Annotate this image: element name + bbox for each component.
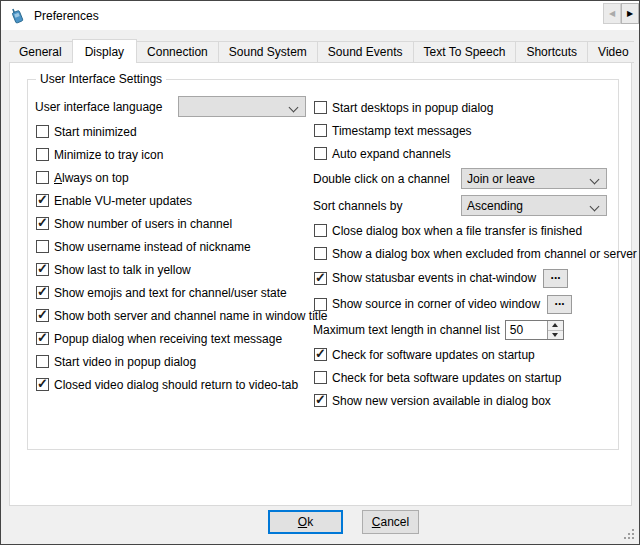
- checkbox-label: Show a dialog box when excluded from cha…: [332, 247, 637, 261]
- group-title: User Interface Settings: [36, 72, 166, 86]
- checkbox-label: Check for beta software updates on start…: [332, 371, 561, 385]
- checkbox-row[interactable]: Show a dialog box when excluded from cha…: [313, 242, 614, 265]
- checkbox-row[interactable]: Show username instead of nickname: [35, 235, 311, 258]
- scroll-left-icon: ◀: [609, 9, 615, 18]
- checkbox-row[interactable]: Closed video dialog should return to vid…: [35, 373, 311, 396]
- ellipsis-icon: ...: [555, 296, 565, 306]
- checkbox[interactable]: [36, 148, 49, 161]
- tab[interactable]: Text To Speech: [413, 41, 517, 63]
- tab-label: Text To Speech: [424, 45, 506, 59]
- checkbox-row[interactable]: Show new version available in dialog box: [313, 389, 614, 412]
- tab-label: Video: [598, 45, 628, 59]
- resize-grip[interactable]: [623, 528, 635, 540]
- sort-channels-combobox[interactable]: Ascending: [461, 195, 607, 216]
- checkbox[interactable]: [36, 125, 49, 138]
- checkbox-row[interactable]: Minimize to tray icon: [35, 143, 311, 166]
- checkbox-row[interactable]: Start video in popup dialog: [35, 350, 311, 373]
- checkbox-row[interactable]: Start desktops in popup dialog: [313, 96, 614, 119]
- tab-scrollers: ◀ ▶: [603, 3, 639, 24]
- video-source-more-button[interactable]: ...: [547, 295, 572, 314]
- checkbox-row[interactable]: Popup dialog when receiving text message: [35, 327, 311, 350]
- checkbox[interactable]: [36, 171, 49, 184]
- cancel-button-label: Cancel: [372, 515, 409, 529]
- max-text-length-spinner[interactable]: 50: [505, 320, 564, 340]
- checkbox-row[interactable]: Show number of users in channel: [35, 212, 311, 235]
- max-text-length-row: Maximum text length in channel list 50: [313, 317, 614, 343]
- checkbox[interactable]: [314, 348, 327, 361]
- tab-scroll-left-button[interactable]: ◀: [603, 3, 621, 24]
- cancel-button[interactable]: Cancel: [362, 510, 419, 534]
- checkbox[interactable]: [314, 224, 327, 237]
- spin-up-button[interactable]: [548, 321, 563, 331]
- language-combobox[interactable]: [178, 96, 306, 117]
- checkbox[interactable]: [314, 394, 327, 407]
- tab[interactable]: Video: [587, 41, 634, 63]
- sort-channels-value: Ascending: [467, 199, 523, 213]
- tab[interactable]: Display: [72, 39, 137, 63]
- checkbox-row[interactable]: Auto expand channels: [313, 142, 614, 165]
- checkbox[interactable]: [36, 378, 49, 391]
- checkbox-label: Close dialog box when a file transfer is…: [332, 224, 582, 238]
- checkbox-row[interactable]: Enable VU-meter updates: [35, 189, 311, 212]
- tab[interactable]: Sound Events: [317, 41, 414, 63]
- checkbox[interactable]: [314, 272, 327, 285]
- checkbox[interactable]: [314, 147, 327, 160]
- checkbox-row[interactable]: Start minimized: [35, 120, 311, 143]
- spin-down-button[interactable]: [548, 331, 563, 340]
- double-click-label: Double click on a channel: [313, 172, 450, 186]
- user-interface-settings-group: User Interface Settings User interface l…: [27, 79, 619, 450]
- checkbox[interactable]: [36, 286, 49, 299]
- tab[interactable]: Shortcuts: [515, 41, 588, 63]
- checkbox[interactable]: [314, 101, 327, 114]
- checkbox-label: Popup dialog when receiving text message: [54, 332, 282, 346]
- checkbox-label: Always on top: [54, 171, 129, 185]
- max-text-length-label: Maximum text length in channel list: [313, 323, 500, 337]
- checkbox[interactable]: [36, 263, 49, 276]
- tab-bar: General Display Connection Sound System …: [9, 39, 634, 63]
- checkbox-label: Show number of users in channel: [54, 217, 232, 231]
- video-source-row[interactable]: Show source in corner of video window ..…: [313, 291, 614, 317]
- checkbox[interactable]: [36, 217, 49, 230]
- tab-label: Shortcuts: [526, 45, 577, 59]
- checkbox-row[interactable]: Show emojis and text for channel/user st…: [35, 281, 311, 304]
- arrow-up-icon: [552, 323, 558, 327]
- checkbox-row[interactable]: Show both server and channel name in win…: [35, 304, 311, 327]
- preferences-dialog: Preferences General Display Connection S…: [0, 0, 640, 545]
- checkbox[interactable]: [36, 240, 49, 253]
- tab[interactable]: Sound System: [218, 41, 318, 63]
- ok-button[interactable]: Ok: [268, 510, 343, 534]
- sort-channels-label: Sort channels by: [313, 199, 402, 213]
- double-click-combobox[interactable]: Join or leave: [461, 168, 607, 189]
- checkbox[interactable]: [314, 247, 327, 260]
- statusbar-events-row[interactable]: Show statusbar events in chat-window ...: [313, 265, 614, 291]
- checkbox-label: Show last to talk in yellow: [54, 263, 191, 277]
- right-checkbox-list-mid: Close dialog box when a file transfer is…: [313, 219, 614, 265]
- checkbox-row[interactable]: Timestamp text messages: [313, 119, 614, 142]
- tab[interactable]: General: [9, 41, 73, 63]
- checkbox[interactable]: [36, 332, 49, 345]
- checkbox[interactable]: [314, 298, 327, 311]
- chevron-down-icon: [289, 103, 299, 113]
- language-row: User interface language: [35, 94, 311, 120]
- checkbox[interactable]: [314, 371, 327, 384]
- tab[interactable]: Connection: [136, 41, 219, 63]
- checkbox-row[interactable]: Always on top: [35, 166, 311, 189]
- checkbox-row[interactable]: Close dialog box when a file transfer is…: [313, 219, 614, 242]
- checkbox-label: Start video in popup dialog: [54, 355, 196, 369]
- checkbox-row[interactable]: Check for software updates on startup: [313, 343, 614, 366]
- checkbox[interactable]: [314, 124, 327, 137]
- title-bar[interactable]: Preferences: [1, 1, 639, 30]
- checkbox-row[interactable]: Show last to talk in yellow: [35, 258, 311, 281]
- checkbox-label: Show emojis and text for channel/user st…: [54, 286, 287, 300]
- scroll-right-icon: ▶: [627, 9, 633, 18]
- left-column: User interface language Start minimized …: [35, 94, 311, 396]
- statusbar-events-more-button[interactable]: ...: [543, 269, 568, 288]
- checkbox-row[interactable]: Check for beta software updates on start…: [313, 366, 614, 389]
- tab-scroll-right-button[interactable]: ▶: [621, 3, 639, 24]
- checkbox[interactable]: [36, 194, 49, 207]
- checkbox[interactable]: [36, 309, 49, 322]
- chevron-down-icon: [590, 202, 600, 212]
- checkbox[interactable]: [36, 355, 49, 368]
- checkbox-label: Start minimized: [54, 125, 137, 139]
- max-text-length-value: 50: [506, 321, 547, 339]
